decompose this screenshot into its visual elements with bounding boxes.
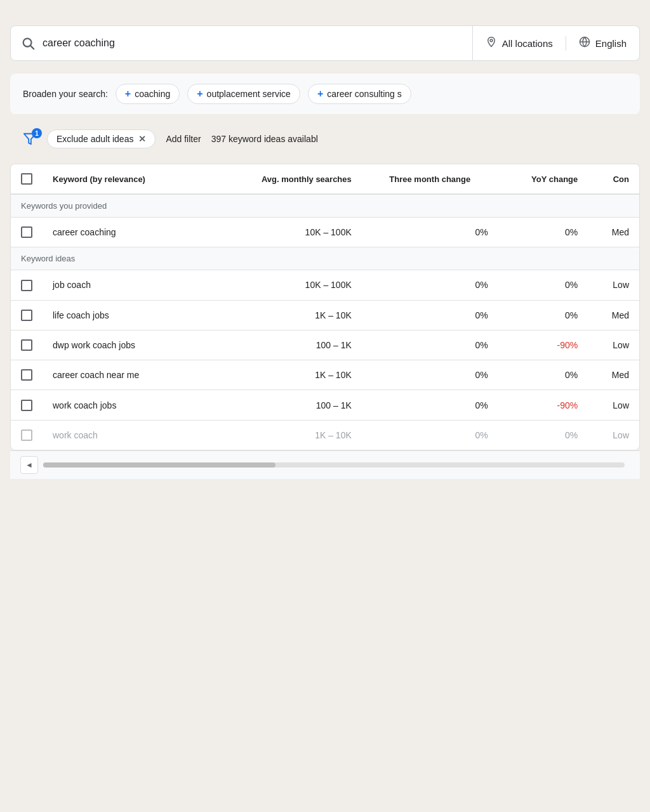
svg-line-1 bbox=[30, 46, 34, 49]
broaden-label: Broaden your search: bbox=[23, 89, 108, 99]
header-avg-monthly[interactable]: Avg. monthly searches bbox=[213, 164, 362, 194]
search-input-wrapper bbox=[11, 26, 473, 60]
yoy-cell: -90% bbox=[498, 390, 588, 420]
table-row: life coach jobs 1K – 10K 0% 0% Med bbox=[11, 300, 639, 330]
location-label: All locations bbox=[502, 38, 553, 49]
three-month-cell: 0% bbox=[362, 300, 498, 330]
scroll-bar-area: ◄ bbox=[10, 450, 640, 479]
page-wrapper: All locations English Broaden your searc… bbox=[0, 0, 650, 492]
header-competition[interactable]: Con bbox=[588, 164, 639, 194]
table-row: job coach 10K – 100K 0% 0% Low bbox=[11, 270, 639, 300]
three-month-cell: 0% bbox=[362, 270, 498, 300]
comp-cell: Med bbox=[588, 360, 639, 390]
table-row: dwp work coach jobs 100 – 1K 0% -90% Low bbox=[11, 330, 639, 360]
comp-cell: Low bbox=[588, 420, 639, 450]
exclude-adult-chip[interactable]: Exclude adult ideas ✕ bbox=[47, 129, 156, 148]
yoy-cell: 0% bbox=[498, 270, 588, 300]
broaden-section: Broaden your search: + coaching + outpla… bbox=[10, 74, 640, 114]
filter-badge: 1 bbox=[32, 128, 42, 138]
scrollbar-thumb bbox=[43, 462, 275, 468]
yoy-cell: 0% bbox=[498, 300, 588, 330]
keyword-table: Keyword (by relevance) Avg. monthly sear… bbox=[10, 164, 640, 450]
table-header-row: Keyword (by relevance) Avg. monthly sear… bbox=[11, 164, 639, 194]
table-row: work coach jobs 100 – 1K 0% -90% Low bbox=[11, 390, 639, 420]
plus-icon: + bbox=[125, 88, 131, 100]
row-checkbox[interactable] bbox=[21, 310, 32, 321]
comp-cell: Low bbox=[588, 390, 639, 420]
header-checkbox-col bbox=[11, 164, 43, 194]
keyword-cell: life coach jobs bbox=[43, 300, 213, 330]
keyword-cell: work coach bbox=[43, 420, 213, 450]
search-cell: 100 – 1K bbox=[213, 390, 362, 420]
section-ideas-label: Keyword ideas bbox=[11, 247, 639, 270]
row-checkbox[interactable] bbox=[21, 280, 32, 291]
location-pin-icon bbox=[486, 36, 497, 51]
three-month-cell: 0% bbox=[362, 390, 498, 420]
language-icon bbox=[579, 36, 590, 51]
section-provided-header: Keywords you provided bbox=[11, 194, 639, 218]
search-cell: 1K – 10K bbox=[213, 420, 362, 450]
language-label: English bbox=[595, 38, 627, 49]
search-cell: 1K – 10K bbox=[213, 360, 362, 390]
comp-cell: Low bbox=[588, 330, 639, 360]
location-section[interactable]: All locations bbox=[473, 36, 566, 51]
section-ideas-header: Keyword ideas bbox=[11, 247, 639, 270]
keyword-cell: career coach near me bbox=[43, 360, 213, 390]
three-month-cell: 0% bbox=[362, 420, 498, 450]
header-yoy[interactable]: YoY change bbox=[498, 164, 588, 194]
table-row: career coaching 10K – 100K 0% 0% Med bbox=[11, 218, 639, 247]
plus-icon-3: + bbox=[317, 88, 323, 100]
keyword-cell: dwp work coach jobs bbox=[43, 330, 213, 360]
row-checkbox[interactable] bbox=[21, 226, 32, 238]
keyword-cell: work coach jobs bbox=[43, 390, 213, 420]
search-cell: 1K – 10K bbox=[213, 300, 362, 330]
select-all-checkbox[interactable] bbox=[21, 173, 32, 185]
scroll-left-button[interactable]: ◄ bbox=[20, 456, 38, 474]
scrollbar-track[interactable] bbox=[43, 462, 625, 468]
yoy-cell: 0% bbox=[498, 360, 588, 390]
yoy-cell: -90% bbox=[498, 330, 588, 360]
broaden-chip-outplacement-label: outplacement service bbox=[207, 89, 291, 99]
language-section[interactable]: English bbox=[566, 36, 639, 51]
comp-cell: Med bbox=[588, 300, 639, 330]
search-cell: 10K – 100K bbox=[213, 218, 362, 247]
table-row: career coach near me 1K – 10K 0% 0% Med bbox=[11, 360, 639, 390]
filter-section: 1 Exclude adult ideas ✕ Add filter 397 k… bbox=[10, 119, 640, 159]
add-filter-button[interactable]: Add filter bbox=[166, 134, 201, 144]
three-month-cell: 0% bbox=[362, 218, 498, 247]
comp-cell: Low bbox=[588, 270, 639, 300]
close-icon[interactable]: ✕ bbox=[138, 134, 146, 144]
yoy-cell: 0% bbox=[498, 218, 588, 247]
broaden-chip-coaching[interactable]: + coaching bbox=[116, 84, 180, 104]
section-provided-label: Keywords you provided bbox=[11, 194, 639, 218]
three-month-cell: 0% bbox=[362, 330, 498, 360]
search-bar: All locations English bbox=[10, 25, 640, 61]
three-month-cell: 0% bbox=[362, 360, 498, 390]
broaden-chip-consulting[interactable]: + career consulting s bbox=[308, 84, 411, 104]
svg-point-2 bbox=[490, 39, 493, 41]
table-row: work coach 1K – 10K 0% 0% Low bbox=[11, 420, 639, 450]
comp-cell: Med bbox=[588, 218, 639, 247]
search-cell: 10K – 100K bbox=[213, 270, 362, 300]
broaden-chip-outplacement[interactable]: + outplacement service bbox=[187, 84, 300, 104]
search-input[interactable] bbox=[43, 26, 462, 60]
filter-button[interactable]: 1 bbox=[23, 132, 37, 146]
row-checkbox[interactable] bbox=[21, 400, 32, 411]
search-icon bbox=[21, 36, 35, 50]
yoy-cell: 0% bbox=[498, 420, 588, 450]
header-keyword[interactable]: Keyword (by relevance) bbox=[43, 164, 213, 194]
keyword-cell: job coach bbox=[43, 270, 213, 300]
broaden-chip-consulting-label: career consulting s bbox=[327, 89, 402, 99]
row-checkbox[interactable] bbox=[21, 339, 32, 351]
header-three-month[interactable]: Three month change bbox=[362, 164, 498, 194]
exclude-adult-label: Exclude adult ideas bbox=[56, 134, 133, 144]
plus-icon-2: + bbox=[197, 88, 202, 100]
row-checkbox[interactable] bbox=[21, 429, 32, 441]
row-checkbox[interactable] bbox=[21, 369, 32, 381]
broaden-chip-coaching-label: coaching bbox=[135, 89, 170, 99]
row-checkbox-cell bbox=[11, 218, 43, 247]
keyword-cell: career coaching bbox=[43, 218, 213, 247]
search-cell: 100 – 1K bbox=[213, 330, 362, 360]
keyword-count-label: 397 keyword ideas availabl bbox=[211, 134, 318, 144]
